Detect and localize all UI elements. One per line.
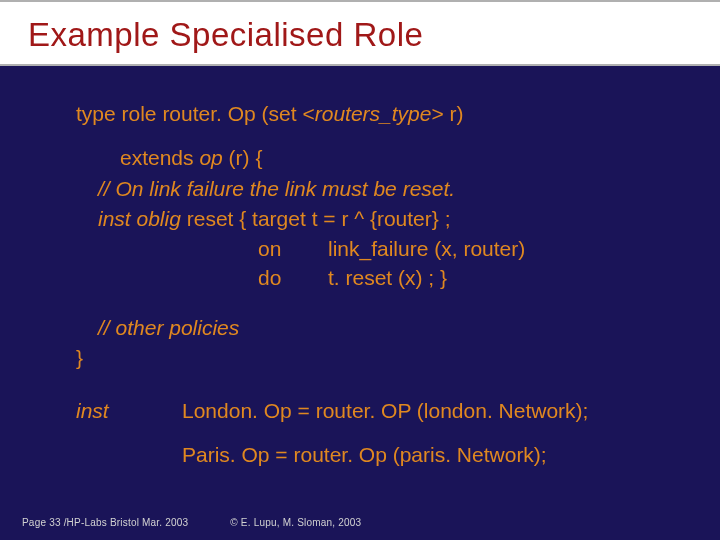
close-brace: } (76, 344, 700, 372)
inst-oblig-line: inst oblig reset { target t = r ^ {route… (98, 205, 700, 233)
routers-type: routers_type (315, 102, 432, 125)
inst-oblig: inst oblig (98, 207, 187, 230)
on-row: on link_failure (x, router) (98, 235, 700, 263)
slide-title: Example Specialised Role (28, 16, 720, 54)
on-expr: link_failure (x, router) (328, 235, 700, 263)
slide-body: type role router. Op (set <routers_type>… (0, 66, 720, 469)
reset-open: reset { (187, 207, 252, 230)
decl-prefix: type role router. Op (set < (76, 102, 315, 125)
do-expr: t. reset (x) ; } (328, 264, 700, 292)
do-row: do t. reset (x) ; } (98, 264, 700, 292)
footer-copyright: © E. Lupu, M. Sloman, 2003 (230, 517, 361, 528)
footer-page: Page 33 /HP-Labs Bristol Mar. 2003 (22, 517, 188, 528)
do-kw: do (98, 264, 328, 292)
decl-suffix: > r) (431, 102, 463, 125)
comment-other-policies: // other policies (98, 314, 700, 342)
target-expr: t = r ^ {router} ; (306, 207, 451, 230)
extends-line: extends op (r) { (120, 144, 700, 172)
extends-op: op (199, 146, 228, 169)
london-instance: London. Op = router. OP (london. Network… (182, 397, 700, 425)
instances-block: inst London. Op = router. OP (london. Ne… (76, 397, 700, 470)
target-kw: target (252, 207, 306, 230)
paris-instance: Paris. Op = router. Op (paris. Network); (182, 441, 700, 469)
extends-rest: (r) { (229, 146, 263, 169)
on-kw: on (98, 235, 328, 263)
slide-footer: Page 33 /HP-Labs Bristol Mar. 2003 © E. … (22, 517, 361, 528)
title-bar: Example Specialised Role (0, 0, 720, 66)
comment-link-failure: // On link failure the link must be rese… (98, 175, 700, 203)
inst-label: inst (76, 397, 166, 425)
role-declaration: type role router. Op (set <routers_type>… (76, 100, 700, 128)
extends-kw: extends (120, 146, 199, 169)
